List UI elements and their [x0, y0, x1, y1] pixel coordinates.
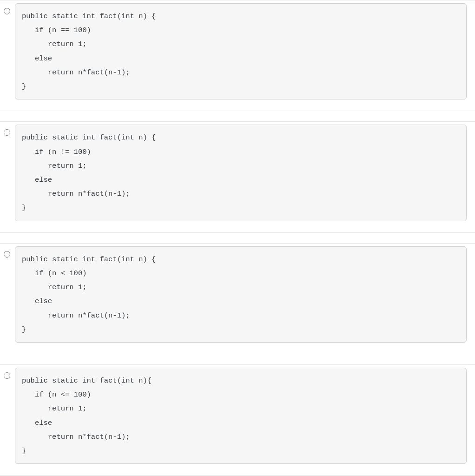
option-row: public static int fact(int n) { if (n ==… — [0, 0, 475, 111]
code-block: public static int fact(int n) { if (n < … — [15, 246, 467, 343]
code-cell: public static int fact(int n) { if (n !=… — [15, 125, 475, 221]
answer-option: public static int fact(int n) { if (n !=… — [0, 121, 475, 232]
answer-option: public static int fact(int n){ if (n <= … — [0, 364, 475, 476]
radio-option-4[interactable] — [4, 372, 10, 379]
answer-option: public static int fact(int n) { if (n < … — [0, 243, 475, 354]
option-row: public static int fact(int n) { if (n !=… — [0, 122, 475, 232]
code-cell: public static int fact(int n){ if (n <= … — [15, 368, 475, 464]
code-block: public static int fact(int n) { if (n ==… — [15, 3, 467, 99]
code-block: public static int fact(int n) { if (n !=… — [15, 125, 467, 221]
radio-option-1[interactable] — [4, 8, 10, 14]
radio-cell — [0, 246, 15, 259]
radio-option-3[interactable] — [4, 251, 10, 258]
radio-cell — [0, 368, 15, 381]
option-row: public static int fact(int n) { if (n < … — [0, 244, 475, 354]
radio-cell — [0, 125, 15, 138]
code-block: public static int fact(int n){ if (n <= … — [15, 368, 467, 464]
option-row: public static int fact(int n){ if (n <= … — [0, 365, 475, 475]
code-cell: public static int fact(int n) { if (n ==… — [15, 3, 475, 99]
radio-option-2[interactable] — [4, 129, 10, 136]
code-cell: public static int fact(int n) { if (n < … — [15, 246, 475, 343]
answer-option: public static int fact(int n) { if (n ==… — [0, 0, 475, 111]
radio-cell — [0, 3, 15, 16]
